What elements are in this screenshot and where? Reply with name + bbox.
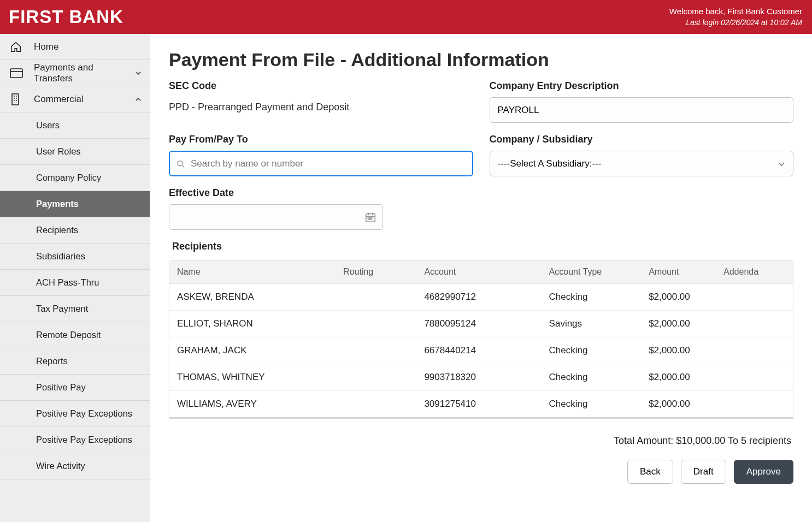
cell-addenda	[718, 337, 793, 364]
nav-company-policy-label: Company Policy	[36, 173, 101, 183]
nav-positive-pay-exceptions-2[interactable]: Positive Pay Exceptions	[0, 427, 150, 453]
nav-remote-deposit[interactable]: Remote Deposit	[0, 322, 150, 348]
cell-account: 9903718320	[419, 364, 543, 391]
building-icon	[10, 93, 34, 105]
table-row: ELLIOT, SHARON7880095124Savings$2,000.00	[169, 311, 793, 337]
cell-account: 6678440214	[419, 337, 543, 364]
search-icon	[176, 159, 185, 168]
nav-positive-pay-label: Positive Pay	[36, 382, 86, 393]
cell-amount: $2,000.00	[643, 311, 718, 337]
cell-routing	[338, 337, 419, 364]
bank-logo: FIRST BANK	[9, 7, 123, 27]
cell-account_type: Checking	[544, 364, 644, 391]
back-button[interactable]: Back	[627, 460, 673, 484]
cell-amount: $2,000.00	[643, 337, 718, 364]
nav-recipients[interactable]: Recipients	[0, 217, 150, 244]
card-icon	[10, 68, 34, 78]
last-login-text: Last login 02/26/2024 at 10:02 AM	[669, 17, 802, 28]
cell-name: THOMAS, WHITNEY	[169, 364, 338, 391]
cell-routing	[338, 284, 419, 311]
cell-amount: $2,000.00	[643, 364, 718, 391]
cell-amount: $2,000.00	[643, 391, 718, 418]
nav-payments-transfers[interactable]: Payments and Transfers	[0, 60, 150, 86]
svg-line-10	[182, 165, 184, 167]
nav-subsidiaries-label: Subsidiaries	[36, 251, 85, 262]
nav-remote-deposit-label: Remote Deposit	[36, 330, 101, 340]
cell-account: 7880095124	[419, 311, 543, 337]
sidebar: Home Payments and Transfers Commercial U…	[0, 34, 150, 522]
company-subsidiary-block: Company / Subsidiary	[490, 134, 794, 176]
col-account-type: Account Type	[544, 260, 644, 284]
nav-home-label: Home	[34, 41, 58, 52]
nav-users[interactable]: Users	[0, 112, 150, 139]
col-account: Account	[419, 260, 543, 284]
nav-home[interactable]: Home	[0, 34, 150, 60]
nav-positive-pay-exceptions-1-label: Positive Pay Exceptions	[36, 408, 132, 419]
cell-addenda	[718, 311, 793, 337]
company-entry-block: Company Entry Description	[490, 80, 794, 123]
cell-addenda	[718, 391, 793, 418]
page-title: Payment From File - Additional Informati…	[169, 49, 793, 70]
nav-tax-payment[interactable]: Tax Payment	[0, 296, 150, 322]
cell-routing	[338, 391, 419, 418]
nav-payments-transfers-label: Payments and Transfers	[34, 62, 134, 84]
chevron-down-icon	[134, 69, 142, 77]
welcome-text: Welcome back, First Bank Customer	[669, 6, 802, 17]
table-row: WILLIAMS, AVERY3091275410Checking$2,000.…	[169, 391, 793, 418]
svg-rect-2	[12, 94, 19, 105]
recipients-table: Name Routing Account Account Type Amount…	[169, 260, 793, 419]
nav-positive-pay-exceptions-2-label: Positive Pay Exceptions	[36, 435, 132, 445]
home-icon	[10, 41, 34, 53]
total-amount-line: Total Amount: $10,000.00 To 5 recipients	[169, 435, 793, 447]
nav-users-label: Users	[36, 120, 60, 130]
nav-ach-pass-thru-label: ACH Pass-Thru	[36, 277, 99, 288]
nav-payments-label: Payments	[36, 199, 79, 209]
pay-from-search-input[interactable]	[169, 151, 473, 176]
nav-tax-payment-label: Tax Payment	[36, 304, 88, 314]
nav-recipients-label: Recipients	[36, 225, 78, 235]
app-header: FIRST BANK Welcome back, First Bank Cust…	[0, 0, 812, 34]
svg-rect-16	[370, 217, 372, 219]
effective-date-input[interactable]	[169, 204, 383, 230]
recipients-section-label: Recipients	[172, 241, 793, 252]
cell-name: GRAHAM, JACK	[169, 337, 338, 364]
col-name: Name	[169, 260, 338, 284]
cell-routing	[338, 311, 419, 337]
nav-wire-activity[interactable]: Wire Activity	[0, 453, 150, 479]
nav-positive-pay[interactable]: Positive Pay	[0, 375, 150, 401]
nav-payments[interactable]: Payments	[0, 191, 150, 217]
sec-code-block: SEC Code PPD - Prearranged Payment and D…	[169, 80, 473, 123]
nav-subsidiaries[interactable]: Subsidiaries	[0, 244, 150, 270]
cell-account_type: Savings	[544, 311, 644, 337]
pay-from-label: Pay From/Pay To	[169, 134, 473, 145]
effective-date-label: Effective Date	[169, 187, 473, 199]
cell-account: 3091275410	[419, 391, 543, 418]
nav-ach-pass-thru[interactable]: ACH Pass-Thru	[0, 270, 150, 296]
calendar-icon[interactable]	[364, 211, 376, 223]
nav-positive-pay-exceptions-1[interactable]: Positive Pay Exceptions	[0, 401, 150, 427]
cell-account_type: Checking	[544, 284, 644, 311]
company-subsidiary-label: Company / Subsidiary	[490, 134, 794, 145]
nav-company-policy[interactable]: Company Policy	[0, 165, 150, 191]
company-subsidiary-select[interactable]	[490, 151, 794, 176]
action-button-row: Back Draft Approve	[169, 460, 793, 484]
draft-button[interactable]: Draft	[681, 460, 726, 484]
table-row: GRAHAM, JACK6678440214Checking$2,000.00	[169, 337, 793, 364]
col-routing: Routing	[338, 260, 419, 284]
col-addenda: Addenda	[718, 260, 793, 284]
svg-rect-15	[368, 217, 369, 219]
cell-account_type: Checking	[544, 337, 644, 364]
svg-rect-0	[10, 69, 22, 78]
approve-button[interactable]: Approve	[734, 460, 793, 484]
nav-reports[interactable]: Reports	[0, 348, 150, 375]
table-header-row: Name Routing Account Account Type Amount…	[169, 260, 793, 284]
nav-reports-label: Reports	[36, 356, 68, 366]
company-entry-label: Company Entry Description	[490, 80, 794, 92]
nav-wire-activity-label: Wire Activity	[36, 461, 85, 471]
nav-commercial[interactable]: Commercial	[0, 86, 150, 112]
nav-user-roles[interactable]: User Roles	[0, 139, 150, 165]
main-content: Payment From File - Additional Informati…	[150, 34, 812, 522]
sec-code-label: SEC Code	[169, 80, 473, 92]
company-entry-input[interactable]	[490, 97, 794, 123]
cell-account: 4682990712	[419, 284, 543, 311]
